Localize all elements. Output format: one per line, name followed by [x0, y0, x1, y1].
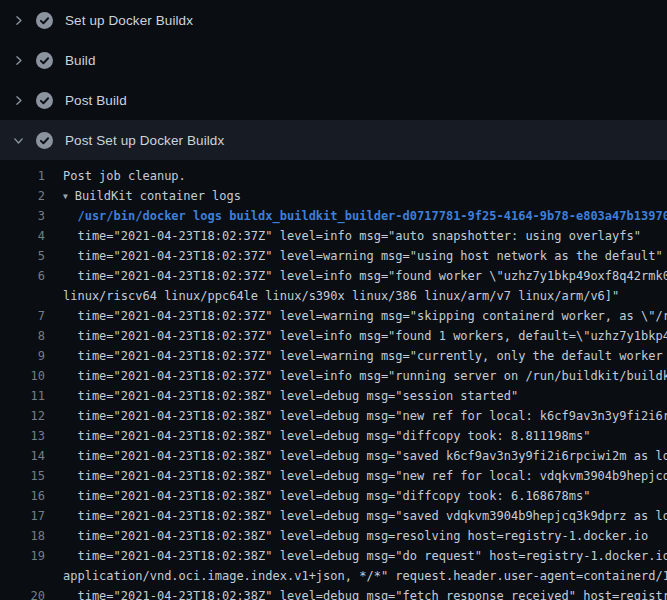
log-line: linux/riscv64 linux/ppc64le linux/s390x …: [0, 286, 667, 306]
log-line-number[interactable]: 10: [0, 366, 45, 386]
log-line-number[interactable]: [0, 566, 45, 586]
log-line-text: application/vnd.oci.image.index.v1+json,…: [63, 566, 667, 586]
log-line-text: time="2021-04-23T18:02:38Z" level=debug …: [63, 466, 667, 486]
step-label: Build: [65, 53, 96, 68]
log-line-number[interactable]: 5: [0, 246, 45, 266]
log-line-number[interactable]: 16: [0, 486, 45, 506]
step-header-set-up-docker-buildx[interactable]: Set up Docker Buildx: [0, 0, 667, 40]
log-line-text: time="2021-04-23T18:02:37Z" level=warnin…: [63, 246, 663, 266]
log-line-number[interactable]: 12: [0, 406, 45, 426]
log-line: application/vnd.oci.image.index.v1+json,…: [0, 566, 667, 586]
log-line-text: /usr/bin/docker logs buildx_buildkit_bui…: [63, 206, 667, 226]
log-line-number[interactable]: 20: [0, 586, 45, 600]
log-line-text: time="2021-04-23T18:02:38Z" level=debug …: [63, 586, 667, 600]
log-line-text: time="2021-04-23T18:02:38Z" level=debug …: [63, 546, 667, 566]
log-line: 19 time="2021-04-23T18:02:38Z" level=deb…: [0, 546, 667, 566]
chevron-down-icon: [10, 132, 26, 148]
chevron-right-icon: [10, 92, 26, 108]
log-line: 16 time="2021-04-23T18:02:38Z" level=deb…: [0, 486, 667, 506]
chevron-right-icon: [10, 12, 26, 28]
steps-list: Set up Docker Buildx Build: [0, 0, 667, 160]
check-circle-icon: [36, 92, 53, 109]
step-label: Post Build: [65, 93, 127, 108]
log-line: 3 /usr/bin/docker logs buildx_buildkit_b…: [0, 206, 667, 226]
log-line-text: time="2021-04-23T18:02:37Z" level=info m…: [63, 326, 667, 346]
log-line: 20 time="2021-04-23T18:02:38Z" level=deb…: [0, 586, 667, 600]
log-line-text: time="2021-04-23T18:02:38Z" level=debug …: [63, 486, 590, 506]
log-line-number[interactable]: 18: [0, 526, 45, 546]
log-line-text: time="2021-04-23T18:02:37Z" level=info m…: [63, 226, 641, 246]
log-line: 14 time="2021-04-23T18:02:38Z" level=deb…: [0, 446, 667, 466]
log-line-number[interactable]: 3: [0, 206, 45, 226]
log-area: 1 Post job cleanup. 2 ▼BuildKit containe…: [0, 160, 667, 600]
log-line-text: time="2021-04-23T18:02:38Z" level=debug …: [63, 426, 590, 446]
log-line: 5 time="2021-04-23T18:02:37Z" level=warn…: [0, 246, 667, 266]
log-line-number[interactable]: 4: [0, 226, 45, 246]
log-line-number[interactable]: 19: [0, 546, 45, 566]
log-line-number[interactable]: 6: [0, 266, 45, 286]
check-circle-icon: [36, 12, 53, 29]
log-line: 12 time="2021-04-23T18:02:38Z" level=deb…: [0, 406, 667, 426]
log-line: 17 time="2021-04-23T18:02:38Z" level=deb…: [0, 506, 667, 526]
log-line: 2 ▼BuildKit container logs: [0, 186, 667, 206]
log-line-text: time="2021-04-23T18:02:38Z" level=debug …: [63, 446, 667, 466]
log-line-text: time="2021-04-23T18:02:38Z" level=debug …: [63, 506, 667, 526]
log-group-toggle[interactable]: ▼BuildKit container logs: [63, 186, 241, 206]
log-line-text: time="2021-04-23T18:02:38Z" level=debug …: [63, 526, 648, 546]
log-line-text: linux/riscv64 linux/ppc64le linux/s390x …: [63, 286, 619, 306]
log-line-text: time="2021-04-23T18:02:37Z" level=warnin…: [63, 306, 667, 326]
log-line: 13 time="2021-04-23T18:02:38Z" level=deb…: [0, 426, 667, 446]
log-line: 1 Post job cleanup.: [0, 166, 667, 186]
log-line-number[interactable]: 17: [0, 506, 45, 526]
log-line: 6 time="2021-04-23T18:02:37Z" level=info…: [0, 266, 667, 286]
log-line-text: Post job cleanup.: [63, 166, 186, 186]
log-line: 15 time="2021-04-23T18:02:38Z" level=deb…: [0, 466, 667, 486]
log-line: 4 time="2021-04-23T18:02:37Z" level=info…: [0, 226, 667, 246]
log-line-number[interactable]: 7: [0, 306, 45, 326]
workflow-log-viewer: Set up Docker Buildx Build: [0, 0, 667, 600]
log-line-text: time="2021-04-23T18:02:37Z" level=info m…: [63, 366, 667, 386]
step-header-post-build[interactable]: Post Build: [0, 80, 667, 120]
log-line-text: time="2021-04-23T18:02:38Z" level=debug …: [63, 386, 518, 406]
step-header-build[interactable]: Build: [0, 40, 667, 80]
log-line-number[interactable]: 15: [0, 466, 45, 486]
log-group-label: BuildKit container logs: [75, 189, 241, 203]
log-line-number[interactable]: 11: [0, 386, 45, 406]
log-line-number[interactable]: 13: [0, 426, 45, 446]
group-expanded-triangle-icon: ▼: [63, 187, 68, 207]
log-line-number[interactable]: 14: [0, 446, 45, 466]
step-label: Post Set up Docker Buildx: [65, 133, 224, 148]
log-line: 7 time="2021-04-23T18:02:37Z" level=warn…: [0, 306, 667, 326]
log-line-number[interactable]: [0, 286, 45, 306]
log-line: 10 time="2021-04-23T18:02:37Z" level=inf…: [0, 366, 667, 386]
log-line: 18 time="2021-04-23T18:02:38Z" level=deb…: [0, 526, 667, 546]
log-line-text: time="2021-04-23T18:02:37Z" level=warnin…: [63, 346, 667, 366]
chevron-right-icon: [10, 52, 26, 68]
log-line: 9 time="2021-04-23T18:02:37Z" level=warn…: [0, 346, 667, 366]
check-circle-icon: [36, 132, 53, 149]
step-label: Set up Docker Buildx: [65, 13, 193, 28]
log-line-number[interactable]: 1: [0, 166, 45, 186]
log-line-text: time="2021-04-23T18:02:38Z" level=debug …: [63, 406, 667, 426]
log-line: 8 time="2021-04-23T18:02:37Z" level=info…: [0, 326, 667, 346]
log-line: 11 time="2021-04-23T18:02:38Z" level=deb…: [0, 386, 667, 406]
log-line-number[interactable]: 9: [0, 346, 45, 366]
log-line-number[interactable]: 8: [0, 326, 45, 346]
log-line-text: time="2021-04-23T18:02:37Z" level=info m…: [63, 266, 667, 286]
check-circle-icon: [36, 52, 53, 69]
step-header-post-set-up-docker-buildx[interactable]: Post Set up Docker Buildx: [0, 120, 667, 160]
log-line-number[interactable]: 2: [0, 186, 45, 206]
